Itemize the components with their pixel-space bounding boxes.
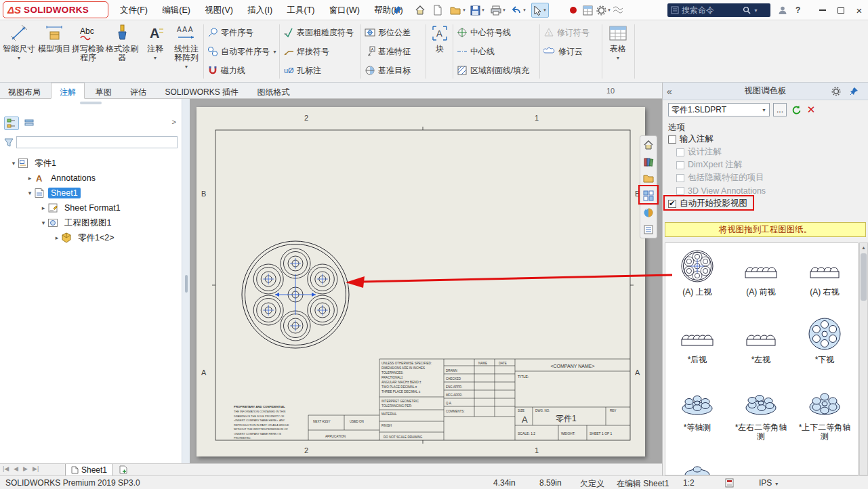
- file-explorer-tab[interactable]: [640, 170, 657, 187]
- units-dropdown[interactable]: IPS ▼: [759, 478, 779, 488]
- browse-button[interactable]: ...: [773, 103, 787, 116]
- last-sheet-button[interactable]: ▶|: [33, 465, 39, 472]
- expand-arrow-icon[interactable]: ▸: [39, 205, 47, 211]
- tab-sketch[interactable]: 草图: [87, 83, 120, 100]
- view-thumbnail-dimetric-tb[interactable]: *上下二等角轴测: [793, 379, 856, 457]
- drawing-sheet[interactable]: 2 1 2 1 B A B A: [197, 107, 645, 456]
- add-sheet-button[interactable]: [119, 465, 128, 474]
- checkbox-dimxpert-annotations[interactable]: DimXpert 注解: [676, 158, 743, 171]
- tree-item-part-instance[interactable]: ▸ 零件1<2>: [0, 230, 182, 245]
- tree-item-part[interactable]: ▾ 零件1: [0, 156, 182, 171]
- centerline-button[interactable]: 中心线: [457, 43, 495, 60]
- revision-symbol-button[interactable]: 1 修订符号: [543, 24, 590, 41]
- tab-evaluate[interactable]: 评估: [122, 83, 154, 100]
- scrollbar-thumb[interactable]: [861, 253, 867, 301]
- pin-menu-icon[interactable]: [392, 3, 404, 18]
- next-sheet-button[interactable]: ▶: [23, 465, 28, 472]
- checkbox-design-annotations[interactable]: 设计注解: [676, 146, 722, 158]
- checkbox-3d-view-annotations[interactable]: 3D View Annotations: [676, 184, 766, 197]
- menu-file[interactable]: 文件(F): [114, 0, 154, 20]
- balloon-button[interactable]: 零件序号: [207, 24, 253, 41]
- revision-cloud-button[interactable]: 修订云: [543, 43, 583, 60]
- view-thumbnail-left[interactable]: *左视: [729, 311, 793, 379]
- filter-wave-icon[interactable]: [611, 3, 625, 18]
- menu-edit[interactable]: 编辑(E): [156, 0, 197, 20]
- print-icon[interactable]: ▼: [489, 3, 508, 18]
- solidworks-resources-tab[interactable]: [640, 136, 657, 153]
- area-hatch-button[interactable]: 区域剖面线/填充: [457, 62, 529, 79]
- datum-feature-button[interactable]: A 基准特征: [365, 43, 411, 60]
- model-items-button[interactable]: 模型项目: [38, 22, 70, 81]
- hole-callout-button[interactable]: uØ 孔标注: [283, 62, 321, 79]
- pane-options-gear-icon[interactable]: [831, 87, 841, 96]
- display-pane-tab[interactable]: [22, 116, 37, 130]
- smart-dimension-button[interactable]: 智能尺寸▼: [3, 22, 35, 81]
- custom-properties-tab[interactable]: [640, 221, 657, 238]
- minimize-button[interactable]: [815, 5, 830, 16]
- collapse-pane-button[interactable]: «: [667, 86, 672, 97]
- view-palette-tab[interactable]: [640, 187, 657, 204]
- magnetic-line-button[interactable]: 磁力线: [207, 62, 245, 79]
- geometric-tolerance-button[interactable]: 形位公差: [365, 24, 411, 41]
- prev-sheet-button[interactable]: ◀: [14, 465, 18, 472]
- auto-balloon-button[interactable]: 自动零件序号▼: [207, 43, 277, 60]
- checkbox-import-annotations[interactable]: 输入注解: [668, 133, 714, 146]
- panel-grip[interactable]: [80, 102, 102, 104]
- tree-item-sheet-format[interactable]: ▸ Sheet Format1: [0, 200, 182, 215]
- block-button[interactable]: A 块: [428, 22, 451, 81]
- format-painter-button[interactable]: 格式涂刷器: [106, 22, 138, 81]
- tab-sheet-format[interactable]: 图纸格式: [249, 83, 297, 100]
- view-thumbnail-isometric[interactable]: *等轴测: [665, 379, 729, 457]
- options-gear-icon[interactable]: ▼: [595, 3, 613, 18]
- flyout-expand-icon[interactable]: >: [172, 118, 176, 126]
- menu-view[interactable]: 视图(V): [199, 0, 239, 20]
- pin-pane-icon[interactable]: [850, 87, 859, 95]
- tab-view-layout[interactable]: 视图布局: [0, 83, 49, 100]
- select-icon[interactable]: ▼: [531, 3, 549, 18]
- graphics-area[interactable]: ▼ ▼ ▼ × 2 1 2 1: [190, 99, 662, 463]
- menu-window[interactable]: 窗口(W): [323, 0, 366, 20]
- user-account-icon[interactable]: [777, 3, 789, 18]
- view-thumbnail-top[interactable]: (A) 上视: [665, 243, 729, 311]
- expand-arrow-icon[interactable]: ▾: [9, 160, 18, 167]
- view-thumbnail-partial[interactable]: [665, 457, 729, 475]
- tab-solidworks-addins[interactable]: SOLIDWORKS 插件: [157, 83, 247, 100]
- appearances-scenes-tab[interactable]: [640, 204, 657, 221]
- refresh-button[interactable]: [789, 103, 803, 116]
- datum-target-button[interactable]: 基准目标: [365, 62, 411, 79]
- property-table-icon[interactable]: [581, 3, 594, 18]
- search-icon[interactable]: [743, 6, 751, 14]
- restore-button[interactable]: [833, 5, 848, 16]
- view-thumbnail-dimetric-lr[interactable]: *左右二等角轴测: [729, 379, 793, 457]
- weld-symbol-button[interactable]: 焊接符号: [283, 43, 329, 60]
- checkbox-include-hidden[interactable]: 包括隐藏特征的项目: [676, 171, 764, 184]
- new-document-icon[interactable]: [431, 3, 445, 18]
- menu-insert[interactable]: 插入(I): [241, 0, 278, 20]
- panel-splitter[interactable]: [182, 99, 190, 463]
- palette-scrollbar[interactable]: ▲: [859, 242, 868, 475]
- save-icon[interactable]: ▼: [469, 3, 487, 18]
- center-mark-button[interactable]: 中心符号线: [457, 24, 511, 41]
- tab-annotation[interactable]: 注解: [51, 83, 85, 99]
- view-thumbnail-front[interactable]: (A) 前视: [729, 243, 793, 311]
- menu-tools[interactable]: 工具(T): [281, 0, 321, 20]
- tree-item-drawing-view1[interactable]: ▾ 工程图视图1: [0, 215, 182, 230]
- expand-arrow-icon[interactable]: ▾: [26, 190, 34, 196]
- home-icon[interactable]: [413, 3, 427, 18]
- search-input[interactable]: [682, 5, 740, 15]
- view-thumbnail-back[interactable]: *后视: [665, 311, 729, 379]
- open-icon[interactable]: ▼: [449, 3, 468, 18]
- spell-checker-button[interactable]: Abc 拼写检验程序: [72, 22, 104, 81]
- palette-file-dropdown[interactable]: 零件1.SLDPRT ▼: [668, 103, 770, 116]
- record-macro-icon[interactable]: [568, 3, 579, 18]
- search-dropdown-icon[interactable]: ▼: [753, 8, 758, 13]
- design-library-tab[interactable]: [640, 153, 657, 170]
- feature-tree-tab[interactable]: [4, 116, 19, 130]
- undo-icon[interactable]: ▼: [510, 3, 528, 18]
- palette-close-button[interactable]: ✕: [804, 103, 818, 116]
- first-sheet-button[interactable]: |◀: [3, 465, 9, 472]
- tree-filter-input[interactable]: [16, 136, 178, 148]
- tree-item-annotations[interactable]: ▸ A Annotations: [0, 171, 182, 186]
- linear-note-pattern-button[interactable]: A A A 线性注释阵列▼: [171, 22, 202, 81]
- sheet1-tab[interactable]: Sheet1: [65, 464, 113, 476]
